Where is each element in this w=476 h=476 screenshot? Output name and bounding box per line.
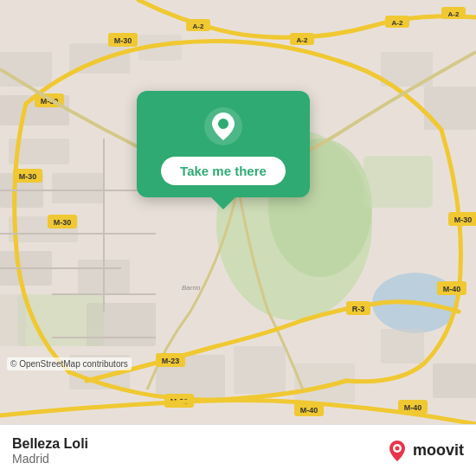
svg-text:R-3: R-3 — [352, 305, 365, 313]
location-city: Madrid — [12, 452, 88, 466]
svg-text:M-23: M-23 — [162, 357, 180, 365]
location-popup: Take me there — [137, 91, 310, 197]
bottom-bar: Belleza Loli Madrid moovit — [0, 424, 476, 476]
svg-rect-6 — [0, 52, 52, 87]
svg-text:M-40: M-40 — [443, 285, 461, 293]
svg-rect-10 — [52, 173, 104, 203]
svg-rect-24 — [234, 346, 286, 394]
map-pin-icon — [203, 106, 243, 146]
svg-text:A-2: A-2 — [392, 19, 403, 27]
svg-text:A-2: A-2 — [297, 36, 308, 44]
take-me-there-button[interactable]: Take me there — [161, 157, 286, 185]
map-container: M-30 M-30 M-30 M-30 M-30 A-2 A-2 A-2 A-2… — [0, 0, 476, 424]
svg-rect-17 — [87, 303, 156, 346]
svg-text:M-30: M-30 — [114, 36, 132, 45]
svg-rect-13 — [0, 294, 26, 346]
location-info: Belleza Loli Madrid — [12, 436, 88, 466]
svg-text:M-40: M-40 — [404, 403, 422, 412]
svg-rect-22 — [433, 363, 476, 398]
svg-point-58 — [218, 119, 228, 129]
moovit-pin-icon — [385, 439, 409, 463]
svg-text:M-30: M-30 — [454, 215, 473, 224]
moovit-label: moovit — [413, 441, 464, 460]
svg-text:M-30: M-30 — [19, 172, 37, 181]
svg-rect-4 — [363, 156, 433, 208]
svg-point-60 — [395, 446, 399, 450]
svg-rect-20 — [424, 87, 476, 130]
svg-text:Barrio: Barrio — [182, 284, 201, 292]
svg-text:M-30: M-30 — [54, 218, 72, 227]
location-name: Belleza Loli — [12, 436, 88, 452]
svg-text:A-2: A-2 — [193, 23, 204, 30]
svg-rect-21 — [381, 329, 424, 363]
moovit-logo: moovit — [385, 439, 464, 463]
svg-text:A-2: A-2 — [448, 10, 460, 18]
osm-credit: © OpenStreetMap contributors — [7, 357, 132, 370]
svg-text:M-40: M-40 — [300, 406, 318, 415]
